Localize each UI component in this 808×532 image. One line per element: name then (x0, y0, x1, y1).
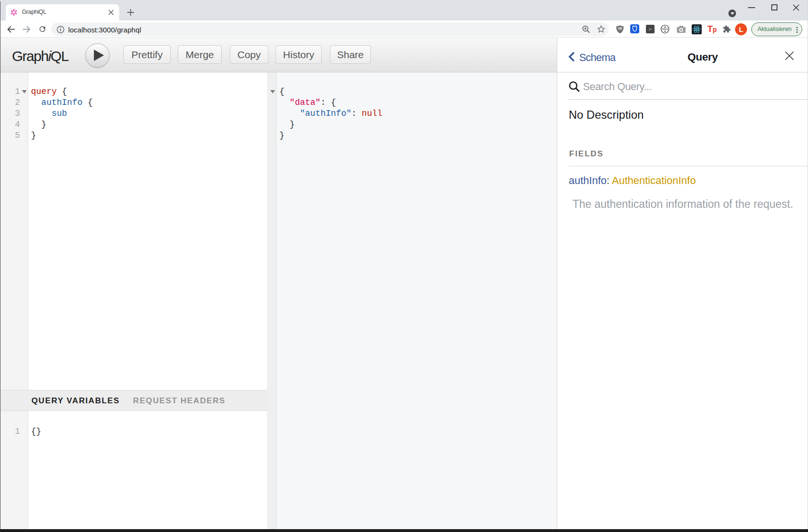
svg-text:U0: U0 (618, 27, 622, 30)
svg-text:P: P (649, 27, 652, 32)
